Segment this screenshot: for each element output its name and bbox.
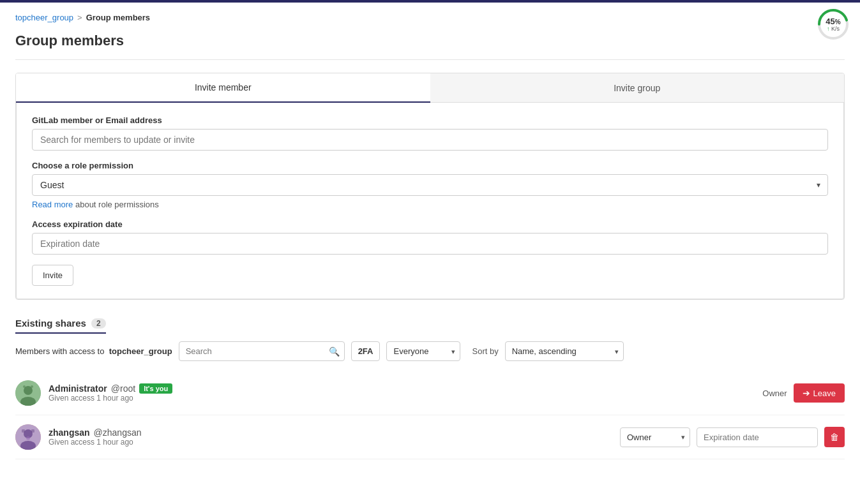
tab-invite-group[interactable]: Invite group bbox=[430, 73, 845, 103]
breadcrumb-parent[interactable]: topcheer_group bbox=[15, 13, 73, 22]
page-divider bbox=[15, 59, 845, 60]
everyone-filter-wrapper: Everyone 2FA enabled 2FA disabled ▾ bbox=[386, 341, 460, 361]
speed-circle: 45% ↑ K/s bbox=[817, 8, 850, 41]
member-role-label: Owner bbox=[762, 389, 787, 398]
member-actions: Owner ➔Leave bbox=[762, 383, 845, 403]
breadcrumb: topcheer_group > Group members bbox=[15, 13, 845, 22]
member-username: @zhangsan bbox=[94, 427, 142, 438]
role-hint-suffix: about role permissions bbox=[75, 200, 159, 209]
member-expiry-input[interactable] bbox=[697, 427, 818, 447]
filter-label-prefix: Members with access to bbox=[15, 346, 104, 356]
leave-button[interactable]: ➔Leave bbox=[794, 383, 845, 403]
member-actions: Owner Maintainer Developer Reporter Gues… bbox=[620, 427, 845, 447]
filter-group-name: topcheer_group bbox=[109, 346, 172, 356]
invite-button[interactable]: Invite bbox=[32, 265, 73, 286]
breadcrumb-current: Group members bbox=[86, 13, 150, 22]
existing-shares-title: Existing shares bbox=[15, 318, 86, 329]
speed-percent-sign: % bbox=[835, 19, 841, 26]
member-display-name: zhangsan bbox=[49, 427, 90, 438]
tabs-header: Invite member Invite group bbox=[16, 73, 844, 103]
member-username: @root bbox=[111, 383, 135, 394]
table-row: zhangsan @zhangsan Given access 1 hour a… bbox=[15, 415, 845, 459]
shares-filter-row: Members with access to topcheer_group 🔍 … bbox=[15, 341, 845, 361]
its-you-badge: It's you bbox=[139, 383, 172, 394]
member-role-select[interactable]: Owner Maintainer Developer Reporter Gues… bbox=[620, 427, 690, 447]
svg-point-4 bbox=[31, 385, 33, 388]
sort-by-select[interactable]: Name, ascending Name, descending Last jo… bbox=[505, 341, 624, 361]
svg-point-10 bbox=[26, 436, 30, 440]
svg-rect-8 bbox=[22, 429, 25, 433]
speed-number: 45 bbox=[826, 17, 834, 26]
member-name: Administrator @root It's you bbox=[49, 383, 762, 394]
speed-unit-row: ↑ K/s bbox=[826, 26, 840, 32]
expiry-group: Access expiration date bbox=[32, 219, 828, 255]
role-select-wrapper: Guest Reporter Developer Maintainer Owne… bbox=[32, 174, 828, 196]
leave-label: Leave bbox=[813, 389, 836, 398]
role-permission-label: Choose a role permission bbox=[32, 161, 828, 170]
role-hint: Read more about role permissions bbox=[32, 200, 828, 209]
page-title: Group members bbox=[15, 33, 845, 49]
role-hint-link[interactable]: Read more bbox=[32, 200, 73, 209]
tab-invite-member[interactable]: Invite member bbox=[16, 73, 430, 103]
member-display-name: Administrator bbox=[49, 383, 107, 394]
role-permission-group: Choose a role permission Guest Reporter … bbox=[32, 161, 828, 209]
delete-member-button[interactable]: 🗑 bbox=[824, 427, 845, 447]
gitlab-member-group: GitLab member or Email address bbox=[32, 115, 828, 151]
sort-by-label: Sort by bbox=[472, 346, 498, 356]
table-row: Administrator @root It's you Given acces… bbox=[15, 371, 845, 415]
tabs-container: Invite member Invite group GitLab member… bbox=[15, 73, 845, 300]
member-info: zhangsan @zhangsan Given access 1 hour a… bbox=[49, 427, 620, 447]
filter-label: Members with access to topcheer_group bbox=[15, 346, 172, 356]
tab-invite-member-content: GitLab member or Email address Choose a … bbox=[16, 103, 844, 299]
existing-shares: Existing shares 2 Members with access to… bbox=[15, 318, 845, 459]
delete-icon: 🗑 bbox=[830, 432, 839, 442]
gitlab-member-input[interactable] bbox=[32, 129, 828, 151]
breadcrumb-separator: > bbox=[77, 13, 82, 22]
everyone-filter-select[interactable]: Everyone 2FA enabled 2FA disabled bbox=[386, 341, 460, 361]
speed-text: 45% ↑ K/s bbox=[826, 17, 840, 32]
expiry-label: Access expiration date bbox=[32, 219, 828, 229]
sort-by-wrapper: Name, ascending Name, descending Last jo… bbox=[505, 341, 624, 361]
member-role-select-wrapper: Owner Maintainer Developer Reporter Gues… bbox=[620, 427, 690, 447]
member-access-text: Given access 1 hour ago bbox=[49, 394, 762, 403]
search-wrapper: 🔍 bbox=[179, 341, 345, 361]
role-select[interactable]: Guest Reporter Developer Maintainer Owne… bbox=[32, 174, 828, 196]
svg-point-3 bbox=[23, 385, 26, 388]
member-access-text: Given access 1 hour ago bbox=[49, 438, 620, 447]
member-info: Administrator @root It's you Given acces… bbox=[49, 383, 762, 403]
gitlab-member-label: GitLab member or Email address bbox=[32, 115, 828, 125]
speed-widget: 45% ↑ K/s bbox=[817, 8, 850, 41]
existing-shares-badge: 2 bbox=[91, 318, 106, 329]
existing-shares-tab: Existing shares 2 bbox=[15, 318, 106, 334]
expiry-input[interactable] bbox=[32, 233, 828, 255]
members-search-input[interactable] bbox=[179, 341, 345, 361]
avatar bbox=[15, 380, 41, 406]
speed-unit: K/s bbox=[831, 26, 840, 32]
member-name: zhangsan @zhangsan bbox=[49, 427, 620, 438]
existing-shares-header: Existing shares 2 bbox=[15, 318, 845, 334]
speed-percent-value: 45% bbox=[826, 17, 840, 26]
leave-icon: ➔ bbox=[803, 388, 810, 398]
svg-rect-9 bbox=[31, 429, 34, 433]
avatar bbox=[15, 424, 41, 450]
speed-arrow-icon: ↑ bbox=[827, 26, 830, 32]
2fa-label: 2FA bbox=[351, 341, 381, 361]
